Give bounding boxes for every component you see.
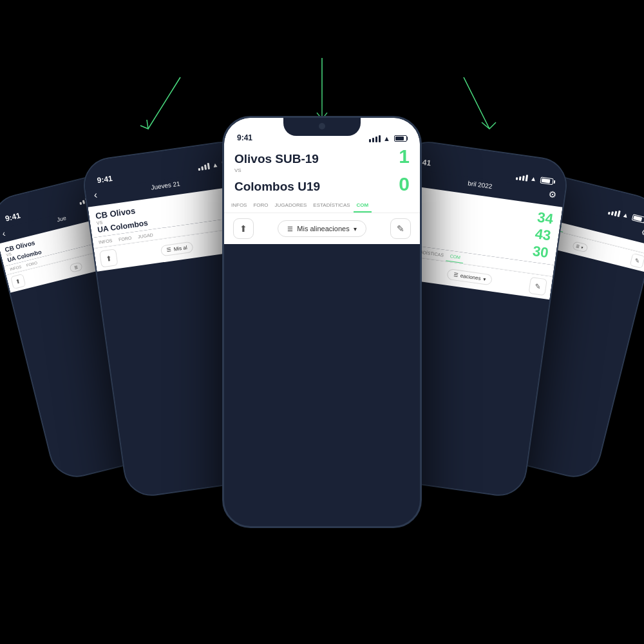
alineaciones-left1[interactable]: ☰ <box>69 261 83 272</box>
wifi-right2: ▲ <box>530 175 537 182</box>
tab-com-right2[interactable]: COM <box>446 251 464 264</box>
tabs-center: INFOS FORO JUGADORES ESTADÍSTICAS COM <box>224 198 420 213</box>
player-die-left2: DIE <box>189 256 211 272</box>
back-left2[interactable]: ‹ <box>93 189 99 202</box>
vs-center: VS <box>234 167 410 173</box>
gear-right2[interactable]: ⚙ <box>547 189 557 200</box>
scene: 9:41 ▲ ‹ Jue ⚙ <box>0 0 644 644</box>
wifi-right1: ▲ <box>621 211 629 219</box>
share-icon-center: ⬆ <box>240 223 247 234</box>
signal-right2 <box>516 173 528 181</box>
share-btn-left1[interactable]: ⬆ <box>10 274 26 289</box>
title-left1: Jue <box>56 214 67 223</box>
share-btn-center[interactable]: ⬆ <box>233 218 254 239</box>
wifi-left2: ▲ <box>212 161 219 169</box>
alineaciones-label-right2: eaciones <box>460 272 481 281</box>
back-left1[interactable]: ‹ <box>1 228 6 239</box>
toolbar-center: ⬆ ☰ Mis alineaciones ▾ ✎ <box>224 213 420 244</box>
edit-btn-right2[interactable]: ✎ <box>528 277 547 296</box>
tab-foro-center[interactable]: FORO <box>250 198 271 213</box>
alineaciones-label-left2: Mis al <box>173 244 187 252</box>
score-home-center: 1 <box>399 147 410 166</box>
alineaciones-right1[interactable]: ☰ ▾ <box>572 241 588 252</box>
time-center: 9:41 <box>237 133 252 142</box>
svg-line-2 <box>464 77 489 129</box>
tab-infos-center[interactable]: INFOS <box>228 198 250 213</box>
wifi-center: ▲ <box>383 135 390 142</box>
camera-center <box>319 123 325 129</box>
alineaciones-label-center: Mis alineaciones <box>297 225 349 232</box>
hamburger-icon-center: ☰ <box>287 225 293 232</box>
time-left1: 9:41 <box>4 211 21 223</box>
tab-estadisticas-center[interactable]: ESTADÍSTICAS <box>310 198 353 213</box>
gear-right1[interactable]: ⚙ <box>640 227 644 238</box>
battery-center <box>394 135 407 142</box>
alineaciones-right2[interactable]: ☰ eaciones ▾ <box>447 269 493 285</box>
tab-jugadores-center[interactable]: JUGADORES <box>272 198 310 213</box>
battery-right2 <box>540 176 554 185</box>
tab-com-center[interactable]: COM <box>354 198 372 213</box>
svg-line-0 <box>148 77 180 129</box>
edit-icon-center: ✎ <box>397 223 404 234</box>
team-home-row: Olivos SUB-19 1 <box>234 147 410 166</box>
edit-btn-right1[interactable]: ✎ <box>630 253 644 269</box>
edit-btn-center[interactable]: ✎ <box>390 218 411 239</box>
title-left2: Jueves 21 <box>151 180 181 191</box>
alineaciones-btn-center[interactable]: ☰ Mis alineaciones ▾ <box>278 220 366 237</box>
battery-right1 <box>632 214 644 223</box>
notch-center <box>283 118 361 136</box>
share-btn-left2[interactable]: ⬆ <box>99 249 118 267</box>
signal-right1 <box>608 208 621 217</box>
signal-left2 <box>198 162 210 170</box>
team-home-center: Olivos SUB-19 <box>234 152 319 166</box>
team-away-center: Colombos U19 <box>234 180 320 194</box>
score-away-center: 0 <box>399 175 410 194</box>
alineaciones-left2[interactable]: ☰ Mis al <box>160 241 194 256</box>
chevron-center: ▾ <box>354 225 357 232</box>
time-left2: 9:41 <box>97 174 113 185</box>
team-away-row: Colombos U19 0 <box>234 175 410 194</box>
phone-center: 9:41 ▲ ‹ Jue <box>222 116 422 528</box>
match-info-center: Olivos SUB-19 1 VS Colombos U19 0 <box>224 140 420 198</box>
title-right2: bril 2022 <box>468 179 493 189</box>
signal-center <box>369 135 381 142</box>
